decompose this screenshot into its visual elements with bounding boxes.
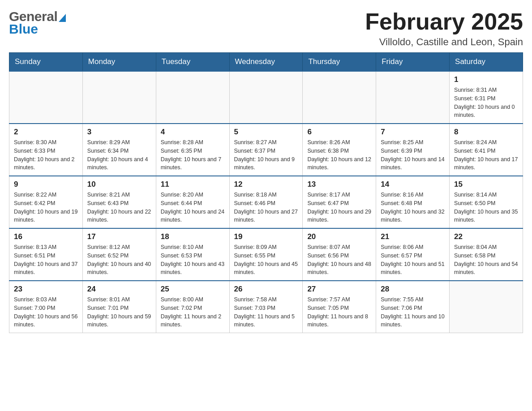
table-row (229, 71, 303, 124)
sunrise-text: Sunrise: 8:06 AM (381, 243, 445, 252)
table-row: 27Sunrise: 7:57 AMSunset: 7:05 PMDayligh… (303, 281, 376, 333)
daylight-text: Daylight: 10 hours and 48 minutes. (307, 260, 371, 277)
daylight-text: Daylight: 10 hours and 0 minutes. (454, 103, 518, 120)
table-row: 22Sunrise: 8:04 AMSunset: 6:58 PMDayligh… (450, 228, 523, 281)
daylight-text: Daylight: 10 hours and 7 minutes. (161, 155, 225, 172)
day-number: 19 (234, 232, 298, 241)
table-row: 14Sunrise: 8:16 AMSunset: 6:48 PMDayligh… (376, 176, 450, 228)
table-row (9, 71, 83, 124)
sunrise-text: Sunrise: 8:07 AM (307, 243, 371, 252)
day-number: 1 (454, 75, 518, 84)
day-info: Sunrise: 8:03 AMSunset: 7:00 PMDaylight:… (14, 295, 78, 329)
daylight-text: Daylight: 10 hours and 37 minutes. (14, 260, 78, 277)
sunrise-text: Sunrise: 8:31 AM (454, 86, 518, 94)
day-number: 25 (161, 285, 225, 294)
table-row: 1Sunrise: 8:31 AMSunset: 6:31 PMDaylight… (450, 71, 523, 124)
logo: General Blue (9, 9, 66, 37)
sunset-text: Sunset: 6:33 PM (14, 147, 78, 155)
daylight-text: Daylight: 10 hours and 27 minutes. (234, 208, 298, 225)
sunrise-text: Sunrise: 8:28 AM (161, 138, 225, 147)
sunrise-text: Sunrise: 7:57 AM (307, 295, 371, 304)
calendar-week-row: 23Sunrise: 8:03 AMSunset: 7:00 PMDayligh… (9, 281, 523, 333)
sunrise-text: Sunrise: 8:22 AM (14, 191, 78, 199)
header-friday: Friday (376, 53, 450, 72)
daylight-text: Daylight: 11 hours and 8 minutes. (307, 313, 371, 330)
header-monday: Monday (82, 53, 156, 72)
sunset-text: Sunset: 7:01 PM (87, 304, 151, 313)
sunrise-text: Sunrise: 8:13 AM (14, 243, 78, 252)
table-row: 28Sunrise: 7:55 AMSunset: 7:06 PMDayligh… (376, 281, 450, 333)
sunrise-text: Sunrise: 8:29 AM (87, 138, 151, 147)
sunset-text: Sunset: 7:00 PM (14, 304, 78, 313)
calendar-table: Sunday Monday Tuesday Wednesday Thursday… (9, 52, 523, 333)
day-info: Sunrise: 8:25 AMSunset: 6:39 PMDaylight:… (381, 138, 445, 172)
header-tuesday: Tuesday (156, 53, 229, 72)
day-info: Sunrise: 8:01 AMSunset: 7:01 PMDaylight:… (87, 295, 151, 329)
svg-marker-0 (59, 14, 66, 22)
calendar-header-row: Sunday Monday Tuesday Wednesday Thursday… (9, 53, 523, 72)
location-title: Villoldo, Castille and Leon, Spain (365, 36, 523, 48)
sunset-text: Sunset: 6:55 PM (234, 252, 298, 260)
daylight-text: Daylight: 10 hours and 22 minutes. (87, 208, 151, 225)
month-title: February 2025 (365, 9, 523, 34)
daylight-text: Daylight: 10 hours and 19 minutes. (14, 208, 78, 225)
table-row (376, 71, 450, 124)
sunset-text: Sunset: 6:53 PM (161, 252, 225, 260)
logo-blue-text: Blue (9, 21, 38, 37)
table-row: 25Sunrise: 8:00 AMSunset: 7:02 PMDayligh… (156, 281, 229, 333)
sunrise-text: Sunrise: 8:14 AM (454, 191, 518, 199)
day-number: 24 (87, 285, 151, 294)
daylight-text: Daylight: 10 hours and 54 minutes. (454, 260, 518, 277)
day-info: Sunrise: 8:22 AMSunset: 6:42 PMDaylight:… (14, 191, 78, 224)
day-info: Sunrise: 8:31 AMSunset: 6:31 PMDaylight:… (454, 86, 518, 120)
table-row: 21Sunrise: 8:06 AMSunset: 6:57 PMDayligh… (376, 228, 450, 281)
day-number: 16 (14, 232, 78, 241)
day-info: Sunrise: 7:55 AMSunset: 7:06 PMDaylight:… (381, 295, 445, 329)
daylight-text: Daylight: 10 hours and 24 minutes. (161, 208, 225, 225)
sunset-text: Sunset: 6:56 PM (307, 252, 371, 260)
table-row (82, 71, 156, 124)
day-info: Sunrise: 8:09 AMSunset: 6:55 PMDaylight:… (234, 243, 298, 277)
sunrise-text: Sunrise: 8:17 AM (307, 191, 371, 199)
day-number: 22 (454, 232, 518, 241)
day-number: 17 (87, 232, 151, 241)
calendar-week-row: 2Sunrise: 8:30 AMSunset: 6:33 PMDaylight… (9, 124, 523, 176)
day-number: 9 (14, 180, 78, 189)
sunset-text: Sunset: 6:58 PM (454, 252, 518, 260)
sunset-text: Sunset: 6:52 PM (87, 252, 151, 260)
daylight-text: Daylight: 10 hours and 12 minutes. (307, 155, 371, 172)
sunrise-text: Sunrise: 8:30 AM (14, 138, 78, 147)
header-saturday: Saturday (450, 53, 523, 72)
daylight-text: Daylight: 10 hours and 35 minutes. (454, 208, 518, 225)
table-row: 24Sunrise: 8:01 AMSunset: 7:01 PMDayligh… (82, 281, 156, 333)
day-number: 8 (454, 128, 518, 137)
day-number: 13 (307, 180, 371, 189)
sunset-text: Sunset: 6:47 PM (307, 199, 371, 208)
day-info: Sunrise: 8:12 AMSunset: 6:52 PMDaylight:… (87, 243, 151, 277)
day-number: 11 (161, 180, 225, 189)
day-number: 5 (234, 128, 298, 137)
sunrise-text: Sunrise: 8:03 AM (14, 295, 78, 304)
sunrise-text: Sunrise: 8:12 AM (87, 243, 151, 252)
calendar-week-row: 16Sunrise: 8:13 AMSunset: 6:51 PMDayligh… (9, 228, 523, 281)
calendar-week-row: 9Sunrise: 8:22 AMSunset: 6:42 PMDaylight… (9, 176, 523, 228)
daylight-text: Daylight: 10 hours and 45 minutes. (234, 260, 298, 277)
daylight-text: Daylight: 11 hours and 2 minutes. (161, 313, 225, 330)
sunset-text: Sunset: 6:41 PM (454, 147, 518, 155)
daylight-text: Daylight: 11 hours and 5 minutes. (234, 313, 298, 330)
day-number: 4 (161, 128, 225, 137)
day-info: Sunrise: 8:00 AMSunset: 7:02 PMDaylight:… (161, 295, 225, 329)
sunset-text: Sunset: 6:31 PM (454, 94, 518, 103)
table-row: 6Sunrise: 8:26 AMSunset: 6:38 PMDaylight… (303, 124, 376, 176)
sunrise-text: Sunrise: 8:16 AM (381, 191, 445, 199)
day-info: Sunrise: 8:26 AMSunset: 6:38 PMDaylight:… (307, 138, 371, 172)
day-info: Sunrise: 8:14 AMSunset: 6:50 PMDaylight:… (454, 191, 518, 224)
day-number: 20 (307, 232, 371, 241)
daylight-text: Daylight: 10 hours and 56 minutes. (14, 313, 78, 330)
header-wednesday: Wednesday (229, 53, 303, 72)
day-info: Sunrise: 8:16 AMSunset: 6:48 PMDaylight:… (381, 191, 445, 224)
daylight-text: Daylight: 11 hours and 10 minutes. (381, 313, 445, 330)
daylight-text: Daylight: 10 hours and 17 minutes. (454, 155, 518, 172)
table-row: 16Sunrise: 8:13 AMSunset: 6:51 PMDayligh… (9, 228, 83, 281)
day-info: Sunrise: 8:18 AMSunset: 6:46 PMDaylight:… (234, 191, 298, 224)
